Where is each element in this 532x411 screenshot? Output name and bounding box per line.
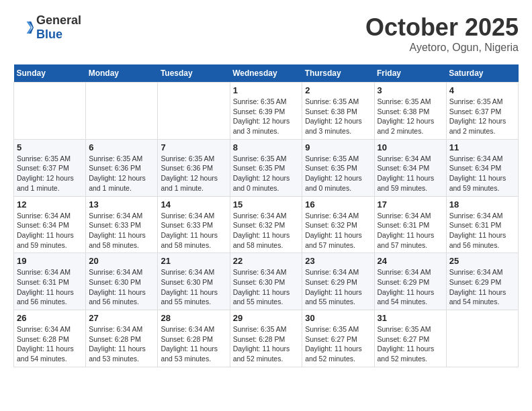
calendar-day-cell: 18Sunrise: 6:34 AM Sunset: 6:31 PM Dayli… — [446, 196, 518, 253]
day-info: Sunrise: 6:35 AM Sunset: 6:27 PM Dayligh… — [305, 324, 371, 364]
day-number: 8 — [233, 142, 300, 152]
day-info: Sunrise: 6:35 AM Sunset: 6:38 PM Dayligh… — [378, 97, 443, 136]
day-number: 19 — [17, 256, 83, 266]
day-number: 21 — [161, 256, 226, 266]
calendar-header-row: SundayMondayTuesdayWednesdayThursdayFrid… — [14, 64, 519, 83]
day-of-week-header: Wednesday — [230, 64, 302, 83]
day-of-week-header: Saturday — [446, 64, 518, 83]
calendar-day-cell: 22Sunrise: 6:34 AM Sunset: 6:30 PM Dayli… — [230, 253, 302, 310]
day-number: 31 — [378, 313, 443, 323]
day-number: 2 — [305, 85, 371, 95]
day-info: Sunrise: 6:34 AM Sunset: 6:29 PM Dayligh… — [378, 267, 443, 307]
title-area: October 2025 Ayetoro, Ogun, Nigeria — [365, 13, 519, 54]
day-info: Sunrise: 6:34 AM Sunset: 6:31 PM Dayligh… — [17, 267, 83, 307]
day-info: Sunrise: 6:35 AM Sunset: 6:36 PM Dayligh… — [161, 154, 226, 193]
calendar-day-cell: 4Sunrise: 6:35 AM Sunset: 6:37 PM Daylig… — [446, 83, 518, 140]
calendar-day-cell: 10Sunrise: 6:34 AM Sunset: 6:34 PM Dayli… — [374, 139, 446, 196]
calendar-day-cell — [14, 83, 86, 140]
day-number: 22 — [233, 256, 300, 266]
calendar-day-cell: 24Sunrise: 6:34 AM Sunset: 6:29 PM Dayli… — [374, 253, 446, 310]
header: General Blue October 2025 Ayetoro, Ogun,… — [13, 13, 519, 54]
day-info: Sunrise: 6:34 AM Sunset: 6:33 PM Dayligh… — [89, 211, 154, 250]
day-number: 28 — [161, 313, 226, 323]
day-number: 14 — [161, 199, 226, 210]
subtitle: Ayetoro, Ogun, Nigeria — [365, 42, 519, 54]
calendar-day-cell: 23Sunrise: 6:34 AM Sunset: 6:29 PM Dayli… — [302, 253, 374, 310]
calendar-day-cell: 14Sunrise: 6:34 AM Sunset: 6:33 PM Dayli… — [158, 196, 230, 253]
day-info: Sunrise: 6:34 AM Sunset: 6:31 PM Dayligh… — [378, 211, 443, 250]
logo: General Blue — [13, 13, 81, 42]
day-number: 13 — [89, 199, 154, 210]
day-info: Sunrise: 6:35 AM Sunset: 6:37 PM Dayligh… — [17, 154, 83, 193]
day-info: Sunrise: 6:35 AM Sunset: 6:35 PM Dayligh… — [305, 154, 371, 193]
day-number: 7 — [161, 142, 226, 152]
day-number: 1 — [233, 85, 300, 95]
day-info: Sunrise: 6:35 AM Sunset: 6:35 PM Dayligh… — [233, 154, 300, 193]
day-number: 4 — [449, 85, 515, 95]
calendar-day-cell: 3Sunrise: 6:35 AM Sunset: 6:38 PM Daylig… — [374, 83, 446, 140]
day-info: Sunrise: 6:34 AM Sunset: 6:32 PM Dayligh… — [233, 211, 300, 250]
day-number: 20 — [89, 256, 154, 266]
calendar-day-cell: 8Sunrise: 6:35 AM Sunset: 6:35 PM Daylig… — [230, 139, 302, 196]
calendar-day-cell: 29Sunrise: 6:35 AM Sunset: 6:28 PM Dayli… — [230, 310, 302, 367]
calendar-day-cell — [446, 310, 518, 367]
calendar-week-row: 5Sunrise: 6:35 AM Sunset: 6:37 PM Daylig… — [14, 139, 519, 196]
day-info: Sunrise: 6:35 AM Sunset: 6:27 PM Dayligh… — [378, 324, 443, 364]
calendar-week-row: 1Sunrise: 6:35 AM Sunset: 6:39 PM Daylig… — [14, 83, 519, 140]
day-info: Sunrise: 6:34 AM Sunset: 6:28 PM Dayligh… — [89, 324, 154, 364]
day-number: 25 — [449, 256, 515, 266]
calendar-day-cell: 11Sunrise: 6:34 AM Sunset: 6:34 PM Dayli… — [446, 139, 518, 196]
day-info: Sunrise: 6:34 AM Sunset: 6:29 PM Dayligh… — [305, 267, 371, 307]
day-info: Sunrise: 6:35 AM Sunset: 6:28 PM Dayligh… — [233, 324, 300, 364]
month-title: October 2025 — [365, 13, 519, 42]
day-info: Sunrise: 6:34 AM Sunset: 6:31 PM Dayligh… — [449, 211, 515, 250]
calendar-day-cell: 30Sunrise: 6:35 AM Sunset: 6:27 PM Dayli… — [302, 310, 374, 367]
day-info: Sunrise: 6:34 AM Sunset: 6:34 PM Dayligh… — [449, 154, 515, 193]
day-number: 6 — [89, 142, 154, 152]
day-of-week-header: Thursday — [302, 64, 374, 83]
day-number: 29 — [233, 313, 300, 323]
day-info: Sunrise: 6:35 AM Sunset: 6:39 PM Dayligh… — [233, 97, 300, 136]
calendar-week-row: 12Sunrise: 6:34 AM Sunset: 6:34 PM Dayli… — [14, 196, 519, 253]
day-number: 5 — [17, 142, 83, 152]
logo-general-text: General — [36, 13, 81, 28]
day-number: 10 — [378, 142, 443, 152]
day-number: 3 — [378, 85, 443, 95]
calendar-day-cell: 9Sunrise: 6:35 AM Sunset: 6:35 PM Daylig… — [302, 139, 374, 196]
calendar-day-cell — [86, 83, 158, 140]
day-info: Sunrise: 6:35 AM Sunset: 6:38 PM Dayligh… — [305, 97, 371, 136]
day-number: 30 — [305, 313, 371, 323]
day-info: Sunrise: 6:34 AM Sunset: 6:30 PM Dayligh… — [161, 267, 226, 307]
day-number: 18 — [449, 199, 515, 210]
day-number: 9 — [305, 142, 371, 152]
day-number: 27 — [89, 313, 154, 323]
calendar-day-cell: 25Sunrise: 6:34 AM Sunset: 6:29 PM Dayli… — [446, 253, 518, 310]
calendar-day-cell: 17Sunrise: 6:34 AM Sunset: 6:31 PM Dayli… — [374, 196, 446, 253]
day-of-week-header: Tuesday — [158, 64, 230, 83]
day-info: Sunrise: 6:35 AM Sunset: 6:37 PM Dayligh… — [449, 97, 515, 136]
day-number: 23 — [305, 256, 371, 266]
day-number: 17 — [378, 199, 443, 210]
day-info: Sunrise: 6:34 AM Sunset: 6:34 PM Dayligh… — [378, 154, 443, 193]
calendar-day-cell: 26Sunrise: 6:34 AM Sunset: 6:28 PM Dayli… — [14, 310, 86, 367]
calendar-day-cell: 28Sunrise: 6:34 AM Sunset: 6:28 PM Dayli… — [158, 310, 230, 367]
calendar-day-cell: 27Sunrise: 6:34 AM Sunset: 6:28 PM Dayli… — [86, 310, 158, 367]
day-number: 12 — [17, 199, 83, 210]
day-of-week-header: Friday — [374, 64, 446, 83]
calendar-day-cell: 6Sunrise: 6:35 AM Sunset: 6:36 PM Daylig… — [86, 139, 158, 196]
day-of-week-header: Sunday — [14, 64, 86, 83]
calendar-day-cell: 19Sunrise: 6:34 AM Sunset: 6:31 PM Dayli… — [14, 253, 86, 310]
calendar-day-cell: 12Sunrise: 6:34 AM Sunset: 6:34 PM Dayli… — [14, 196, 86, 253]
day-number: 16 — [305, 199, 371, 210]
day-info: Sunrise: 6:34 AM Sunset: 6:30 PM Dayligh… — [233, 267, 300, 307]
day-info: Sunrise: 6:34 AM Sunset: 6:29 PM Dayligh… — [449, 267, 515, 307]
day-info: Sunrise: 6:34 AM Sunset: 6:32 PM Dayligh… — [305, 211, 371, 250]
day-info: Sunrise: 6:34 AM Sunset: 6:28 PM Dayligh… — [17, 324, 83, 364]
day-info: Sunrise: 6:34 AM Sunset: 6:33 PM Dayligh… — [161, 211, 226, 250]
calendar-day-cell: 21Sunrise: 6:34 AM Sunset: 6:30 PM Dayli… — [158, 253, 230, 310]
day-info: Sunrise: 6:34 AM Sunset: 6:30 PM Dayligh… — [89, 267, 154, 307]
calendar-day-cell: 15Sunrise: 6:34 AM Sunset: 6:32 PM Dayli… — [230, 196, 302, 253]
day-info: Sunrise: 6:34 AM Sunset: 6:34 PM Dayligh… — [17, 211, 83, 250]
calendar-week-row: 19Sunrise: 6:34 AM Sunset: 6:31 PM Dayli… — [14, 253, 519, 310]
day-info: Sunrise: 6:35 AM Sunset: 6:36 PM Dayligh… — [89, 154, 154, 193]
